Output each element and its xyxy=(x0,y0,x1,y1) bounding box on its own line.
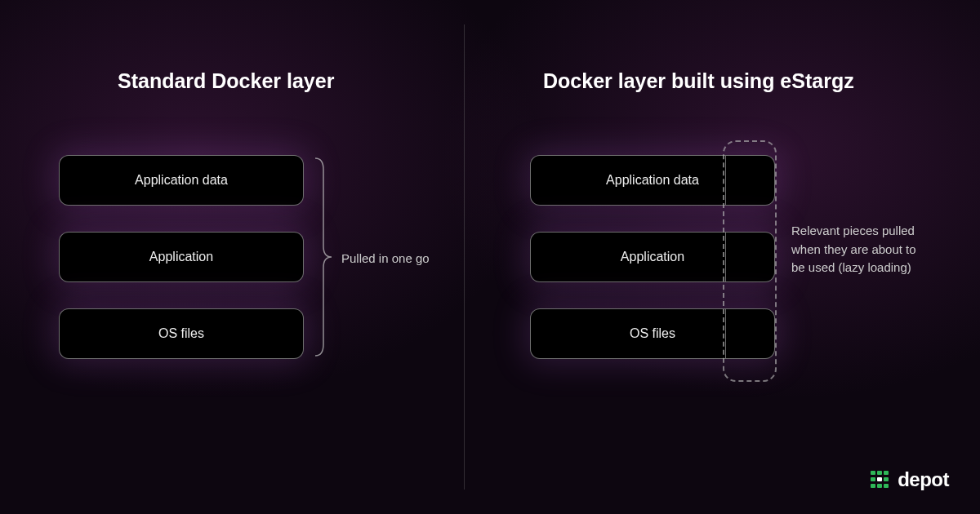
depot-icon xyxy=(868,468,891,491)
svg-rect-3 xyxy=(871,477,875,481)
left-layer-stack: Application data Application OS files xyxy=(59,155,304,359)
left-caption: Pulled in one go xyxy=(341,251,430,265)
layer-box: Application data xyxy=(59,155,304,206)
svg-rect-4 xyxy=(884,477,889,481)
brand-name: depot xyxy=(898,468,949,491)
layer-label: Application xyxy=(621,250,684,264)
lazy-load-highlight xyxy=(723,140,777,382)
svg-rect-7 xyxy=(884,484,889,488)
svg-rect-6 xyxy=(877,484,882,488)
layer-box: OS files xyxy=(59,308,304,359)
layer-label: Application data xyxy=(135,173,228,188)
right-caption: Relevant pieces pulled when they are abo… xyxy=(791,222,930,277)
layer-box: Application xyxy=(59,232,304,282)
layer-label: OS files xyxy=(630,326,675,341)
layer-label: Application xyxy=(149,250,213,264)
svg-rect-8 xyxy=(877,477,882,481)
svg-rect-1 xyxy=(877,471,882,475)
vertical-divider xyxy=(464,24,465,490)
svg-rect-0 xyxy=(871,471,875,475)
svg-rect-2 xyxy=(884,471,889,475)
left-title: Standard Docker layer xyxy=(118,69,334,93)
svg-rect-5 xyxy=(871,484,875,488)
brand-logo: depot xyxy=(868,468,949,491)
layer-label: Application data xyxy=(606,173,699,188)
brace-icon xyxy=(314,155,333,359)
layer-label: OS files xyxy=(158,326,204,341)
right-title: Docker layer built using eStargz xyxy=(543,69,854,93)
